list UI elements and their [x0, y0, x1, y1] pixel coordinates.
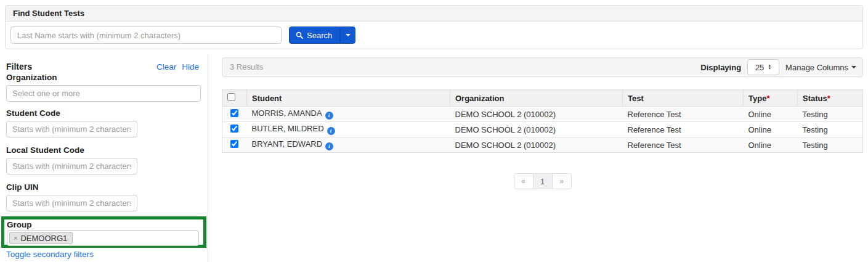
- organization-cell: DEMO SCHOOL 2 (010002): [450, 137, 623, 153]
- group-tag: × DEMOORG1: [9, 232, 73, 244]
- col-status: Status*: [798, 90, 863, 107]
- student-cell: BUTLER, MILDREDi: [247, 122, 450, 137]
- info-icon[interactable]: i: [327, 127, 335, 135]
- type-cell: Online: [744, 122, 798, 137]
- row-checkbox[interactable]: [230, 140, 238, 148]
- find-student-tests-panel: Find Student Tests Search: [5, 5, 863, 49]
- table-row: BRYANT, EDWARDi DEMO SCHOOL 2 (010002) R…: [222, 137, 863, 153]
- info-icon[interactable]: i: [325, 142, 333, 150]
- filters-title: Filters: [6, 62, 32, 72]
- type-cell: Online: [744, 137, 798, 153]
- organization-input[interactable]: [6, 85, 201, 102]
- col-test: Test: [623, 90, 744, 107]
- pagination-prev-button[interactable]: «: [514, 173, 533, 189]
- caret-down-icon: [346, 34, 351, 36]
- search-options-dropdown-button[interactable]: [340, 27, 355, 44]
- manage-columns-label: Manage Columns: [785, 63, 848, 72]
- last-name-search-input[interactable]: [10, 27, 282, 44]
- test-cell: Reference Test: [623, 107, 744, 122]
- student-code-label: Student Code: [6, 108, 60, 118]
- col-student: Student: [247, 90, 450, 107]
- search-button[interactable]: Search: [289, 27, 340, 44]
- clip-uin-label: Clip UIN: [6, 182, 39, 192]
- results-toolbar: 3 Results Displaying 25 ▲▼ Manage Column…: [222, 57, 863, 77]
- toggle-secondary-filters-link[interactable]: Toggle secondary filters: [6, 250, 94, 259]
- row-checkbox[interactable]: [230, 109, 238, 117]
- info-icon[interactable]: i: [325, 112, 333, 120]
- filters-sidebar: Filters Clear Hide Organization Student …: [5, 54, 208, 262]
- organization-cell: DEMO SCHOOL 2 (010002): [450, 122, 623, 137]
- status-cell: Testing: [798, 137, 863, 153]
- search-icon: [296, 31, 303, 39]
- results-toolbar-right: Displaying 25 ▲▼ Manage Columns: [700, 58, 856, 76]
- results-count: 3 Results: [230, 58, 263, 76]
- group-label: Group: [7, 220, 203, 229]
- filters-header: Filters Clear Hide: [6, 62, 199, 72]
- clip-uin-input[interactable]: [6, 195, 137, 211]
- organization-label: Organization: [6, 73, 57, 82]
- search-button-label: Search: [307, 31, 332, 40]
- pagination-next-button[interactable]: »: [552, 173, 572, 189]
- student-cell: MORRIS, AMANDAi: [247, 107, 450, 122]
- student-code-input[interactable]: [6, 121, 137, 137]
- col-type: Type*: [744, 90, 798, 107]
- remove-tag-icon[interactable]: ×: [14, 234, 17, 242]
- student-cell: BRYANT, EDWARDi: [247, 137, 450, 153]
- student-tests-table: Student Organization Test Type* Status* …: [222, 89, 863, 153]
- test-cell: Reference Test: [623, 122, 744, 137]
- status-cell: Testing: [798, 107, 863, 122]
- organization-cell: DEMO SCHOOL 2 (010002): [450, 107, 623, 122]
- group-filter-annotation-box: Group × DEMOORG1: [1, 216, 206, 248]
- group-input[interactable]: × DEMOORG1: [7, 230, 199, 246]
- select-all-checkbox[interactable]: [227, 93, 235, 101]
- col-organization: Organization: [450, 90, 623, 107]
- type-cell: Online: [744, 107, 798, 122]
- select-arrows-icon: ▲▼: [768, 64, 771, 70]
- local-student-code-label: Local Student Code: [6, 145, 84, 155]
- caret-down-icon: [851, 66, 856, 68]
- page: Find Student Tests Search Filters Clear: [0, 0, 868, 262]
- page-title: Find Student Tests: [6, 6, 862, 22]
- hide-filters-link[interactable]: Hide: [182, 62, 199, 72]
- page-size-select[interactable]: 25 ▲▼: [747, 59, 779, 75]
- displaying-label: Displaying: [700, 63, 741, 72]
- table-row: MORRIS, AMANDAi DEMO SCHOOL 2 (010002) R…: [222, 107, 863, 122]
- local-student-code-input[interactable]: [6, 158, 137, 174]
- pagination: « 1 »: [222, 173, 863, 189]
- group-tag-label: DEMOORG1: [20, 234, 67, 243]
- clear-filters-link[interactable]: Clear: [156, 62, 176, 72]
- page-size-value: 25: [755, 63, 764, 72]
- search-split-button: Search: [289, 27, 355, 44]
- row-checkbox[interactable]: [230, 125, 238, 133]
- status-cell: Testing: [798, 122, 863, 137]
- search-panel-body: Search: [6, 22, 862, 49]
- pagination-page-1-button[interactable]: 1: [533, 173, 553, 189]
- test-cell: Reference Test: [623, 137, 744, 153]
- table-header-row: Student Organization Test Type* Status*: [222, 90, 863, 107]
- table-row: BUTLER, MILDREDi DEMO SCHOOL 2 (010002) …: [222, 122, 863, 137]
- manage-columns-dropdown[interactable]: Manage Columns: [785, 63, 856, 72]
